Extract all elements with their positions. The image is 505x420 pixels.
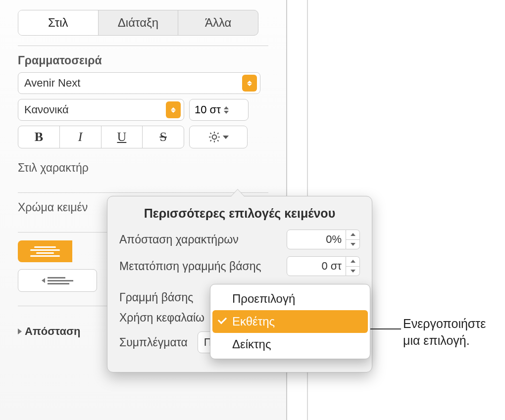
bold-button[interactable]: B (18, 126, 59, 148)
menu-item-label: Προεπιλογή (232, 292, 295, 306)
font-section-title: Γραμματοσειρά (18, 54, 268, 67)
indent-button[interactable] (18, 269, 97, 292)
font-family-popup[interactable]: Avenir Next (18, 72, 260, 94)
text-style-segmented: B I U S (18, 126, 184, 148)
annotation-line: Ενεργοποιήστε (403, 317, 486, 330)
chevron-right-icon (18, 328, 22, 334)
font-size-value: 10 στ (195, 103, 221, 116)
menu-item-default[interactable]: Προεπιλογή (212, 287, 368, 310)
tab-more[interactable]: Άλλα (178, 10, 258, 35)
baseline-shift-stepper[interactable] (346, 256, 360, 276)
chevron-down-icon (223, 136, 229, 139)
baseline-shift-field[interactable]: 0 στ (287, 256, 346, 276)
align-left-button[interactable] (18, 240, 72, 262)
baseline-dropdown-menu: Προεπιλογή Εκθέτης Δείκτης (210, 284, 370, 359)
menu-item-superscript[interactable]: Εκθέτης (212, 310, 368, 333)
tab-layout[interactable]: Διάταξη (98, 10, 178, 35)
character-spacing-field[interactable]: 0% (287, 230, 346, 249)
divider (18, 46, 268, 46)
font-weight-popup[interactable]: Κανονικά (18, 99, 184, 121)
popover-title: Περισσότερες επιλογές κειμένου (119, 206, 360, 221)
menu-item-label: Εκθέτης (232, 315, 275, 328)
ligatures-label: Συμπλέγματα (119, 336, 188, 349)
menu-item-subscript[interactable]: Δείκτης (212, 333, 368, 356)
menu-item-label: Δείκτης (232, 337, 271, 351)
underline-button[interactable]: U (101, 126, 143, 148)
strikethrough-button[interactable]: S (142, 126, 184, 148)
font-size-field[interactable]: 10 στ (189, 99, 249, 121)
indent-lines-icon (48, 276, 73, 286)
annotation-leader-line (370, 328, 401, 329)
gear-icon (208, 131, 221, 143)
font-weight-value: Κανονικά (24, 103, 166, 116)
baseline-shift-value: 0 στ (321, 260, 342, 273)
updown-icon (242, 75, 257, 92)
stepper-icon[interactable] (221, 106, 232, 114)
font-family-value: Avenir Next (24, 77, 242, 90)
annotation-callout: Ενεργοποιήστε μια επιλογή. (403, 316, 486, 349)
character-spacing-label: Απόσταση χαρακτήρων (119, 233, 287, 246)
updown-icon (166, 101, 181, 118)
tab-style[interactable]: Στιλ (18, 10, 98, 35)
baseline-shift-label: Μετατόπιση γραμμής βάσης (119, 260, 287, 273)
character-style-label: Στιλ χαρακτήρ (18, 161, 268, 175)
character-spacing-stepper[interactable] (346, 230, 360, 249)
spacing-label: Απόσταση (25, 325, 80, 338)
check-icon (218, 315, 227, 324)
indent-caret-icon (42, 278, 45, 283)
italic-button[interactable]: I (59, 126, 101, 148)
character-spacing-value: 0% (326, 233, 342, 246)
annotation-line: μια επιλογή. (403, 333, 470, 347)
advanced-text-options-button[interactable] (189, 126, 248, 148)
panel-tabs: Στιλ Διάταξη Άλλα (18, 10, 258, 36)
